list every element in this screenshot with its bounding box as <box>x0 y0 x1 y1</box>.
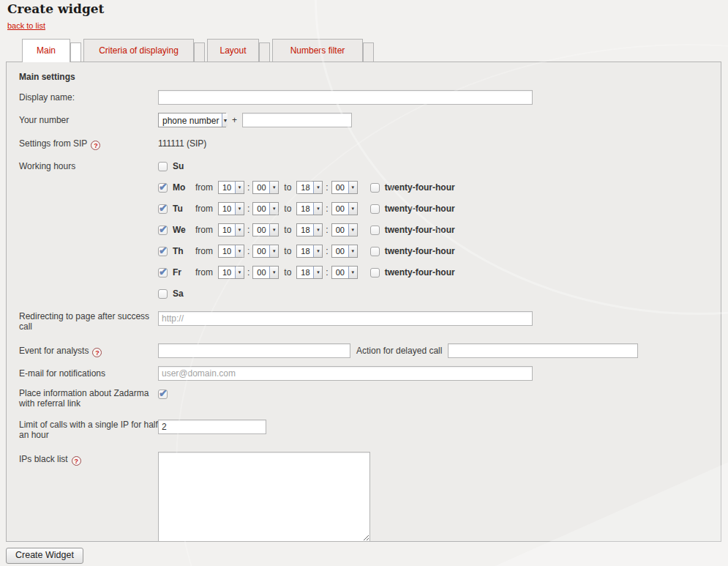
back-to-list-link[interactable]: back to list <box>7 21 45 30</box>
your-number-row: Your number phone number ▼ + <box>19 113 721 127</box>
working-hours-label: Working hours <box>19 159 158 171</box>
plus-prefix: + <box>226 113 242 125</box>
twenty-four-hour-checkbox[interactable]: ✔ <box>370 183 380 193</box>
working-day-row: ✔ Tu from 10 ▼ : 00 ▼ to 18 ▼ : 00 ▼ <box>158 201 455 216</box>
chevron-down-icon: ▼ <box>269 224 278 236</box>
event-analysts-row: Event for analysts? Action for delayed c… <box>19 343 721 358</box>
twenty-four-hour-checkbox[interactable]: ✔ <box>370 204 380 214</box>
minute-to-select[interactable]: 00 ▼ <box>331 223 358 237</box>
ips-blacklist-row: IPs black list? <box>19 452 721 542</box>
twenty-four-hour-checkbox[interactable]: ✔ <box>370 247 380 256</box>
colon-separator: : <box>247 204 249 214</box>
minute-from-select[interactable]: 00 ▼ <box>252 223 279 237</box>
minute-from-select[interactable]: 00 ▼ <box>252 202 279 215</box>
your-number-label: Your number <box>19 113 158 125</box>
day-times: from 10 ▼ : 00 ▼ to 18 ▼ : 00 ▼ ✔ <box>190 223 455 237</box>
working-day-row: ✔ Th from 10 ▼ : 00 ▼ to 18 ▼ : 00 ▼ <box>158 244 455 258</box>
action-delayed-input[interactable] <box>448 343 638 358</box>
help-icon[interactable]: ? <box>72 456 81 466</box>
day-checkbox[interactable]: ✔ <box>158 226 168 235</box>
day-label: Tu <box>173 204 190 214</box>
to-label: to <box>284 204 291 214</box>
hour-to-select[interactable]: 18 ▼ <box>296 245 323 258</box>
hour-to-select[interactable]: 18 ▼ <box>296 223 323 237</box>
checkmark-icon: ✔ <box>159 223 168 235</box>
working-day-row: ✔ Sa <box>158 286 455 301</box>
phone-number-input[interactable] <box>242 113 352 127</box>
redirect-url-input[interactable] <box>158 311 533 326</box>
chevron-down-icon: ▼ <box>313 182 322 193</box>
working-day-row: ✔ We from 10 ▼ : 00 ▼ to 18 ▼ : 00 ▼ <box>158 223 455 237</box>
twenty-four-hour-checkbox[interactable]: ✔ <box>370 268 380 278</box>
checkmark-icon: ✔ <box>159 181 168 193</box>
from-label: from <box>195 267 213 278</box>
working-hours-row: Working hours ✔ Su <box>19 159 721 308</box>
twenty-four-hour-label: twenty-four-hour <box>385 267 455 278</box>
colon-separator: : <box>326 182 328 193</box>
checkmark-icon: ✔ <box>159 387 168 399</box>
hour-to-select[interactable]: 18 ▼ <box>296 181 323 194</box>
to-label: to <box>284 267 291 278</box>
day-label: Mo <box>173 182 190 193</box>
from-label: from <box>195 182 213 193</box>
working-hours-days: ✔ Su <box>158 159 455 308</box>
chevron-down-icon: ▼ <box>313 267 322 278</box>
email-label: E-mail for notifications <box>19 366 158 379</box>
minute-from-select[interactable]: 00 ▼ <box>252 181 279 194</box>
hour-from-select[interactable]: 10 ▼ <box>218 223 244 237</box>
redirect-label: Redirecting to page after success call <box>19 311 158 332</box>
hour-from-select[interactable]: 10 ▼ <box>218 181 244 194</box>
day-checkbox[interactable]: ✔ <box>158 204 168 214</box>
minute-from-select[interactable]: 00 ▼ <box>252 266 279 279</box>
hour-from-select[interactable]: 10 ▼ <box>218 266 244 279</box>
ip-limit-input[interactable] <box>158 420 266 434</box>
tab-numbers-filter[interactable]: Numbers filter <box>272 39 363 62</box>
settings-from-sip-label: Settings from SIP? <box>19 136 158 150</box>
twenty-four-hour-label: twenty-four-hour <box>385 246 455 256</box>
day-checkbox[interactable]: ✔ <box>158 183 168 193</box>
zadarma-info-checkbox[interactable]: ✔ <box>158 390 168 399</box>
hour-from-select[interactable]: 10 ▼ <box>218 202 244 215</box>
day-checkbox[interactable]: ✔ <box>158 289 168 299</box>
hour-to-select[interactable]: 18 ▼ <box>296 266 323 279</box>
action-delayed-label: Action for delayed call <box>350 343 448 356</box>
tab-main[interactable]: Main <box>22 39 70 62</box>
minute-to-select[interactable]: 00 ▼ <box>331 202 358 215</box>
colon-separator: : <box>326 204 328 214</box>
tab-criteria-of-displaying[interactable]: Criteria of displaying <box>83 39 194 62</box>
day-checkbox[interactable]: ✔ <box>158 247 168 256</box>
ips-blacklist-textarea[interactable] <box>158 452 370 542</box>
hour-from-select[interactable]: 10 ▼ <box>218 245 244 258</box>
tab-layout[interactable]: Layout <box>207 39 259 62</box>
day-times: from 10 ▼ : 00 ▼ to 18 ▼ : 00 ▼ ✔ <box>190 181 455 194</box>
day-checkbox[interactable]: ✔ <box>158 162 168 171</box>
event-analysts-input[interactable] <box>158 343 350 358</box>
twenty-four-hour-checkbox[interactable]: ✔ <box>370 226 380 235</box>
chevron-down-icon: ▼ <box>348 245 357 257</box>
display-name-input[interactable] <box>158 90 533 105</box>
hour-to-select[interactable]: 18 ▼ <box>296 202 323 215</box>
chevron-down-icon: ▼ <box>235 245 244 257</box>
to-label: to <box>284 182 291 193</box>
chevron-down-icon: ▼ <box>269 203 278 215</box>
section-title: Main settings <box>19 72 721 83</box>
display-name-label: Display name: <box>19 90 158 103</box>
minute-to-select[interactable]: 00 ▼ <box>331 181 358 194</box>
zadarma-info-label: Place information about Zadarma with ref… <box>19 388 158 409</box>
create-widget-button[interactable]: Create Widget <box>6 548 83 564</box>
to-label: to <box>284 246 291 256</box>
colon-separator: : <box>247 267 249 278</box>
day-times: from 10 ▼ : 00 ▼ to 18 ▼ : 00 ▼ ✔ <box>190 266 455 279</box>
day-checkbox[interactable]: ✔ <box>158 268 168 278</box>
number-type-select[interactable]: phone number ▼ <box>158 113 226 127</box>
help-icon[interactable]: ? <box>91 141 100 150</box>
minute-to-select[interactable]: 00 ▼ <box>331 266 358 279</box>
day-label: Su <box>173 161 190 171</box>
day-label: We <box>173 225 190 235</box>
colon-separator: : <box>247 182 249 193</box>
minute-from-select[interactable]: 00 ▼ <box>252 245 279 258</box>
email-input[interactable] <box>158 366 533 381</box>
help-icon[interactable]: ? <box>92 348 102 357</box>
minute-to-select[interactable]: 00 ▼ <box>331 245 358 258</box>
twenty-four-hour-label: twenty-four-hour <box>385 225 455 235</box>
